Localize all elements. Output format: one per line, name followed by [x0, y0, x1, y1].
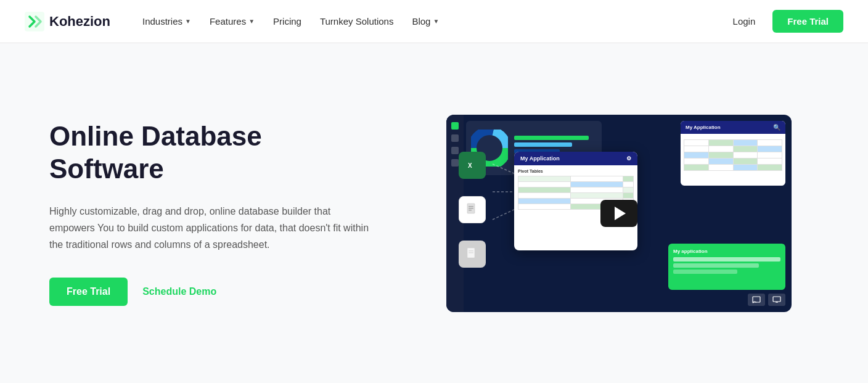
sidebar-dot [451, 134, 459, 142]
search-icon-small: ⚙ [626, 155, 631, 162]
svg-rect-11 [469, 250, 473, 252]
nav-right: Login Free Trial [726, 10, 843, 33]
mockup-table [684, 139, 782, 171]
svg-rect-8 [469, 208, 473, 209]
nav-item-pricing[interactable]: Pricing [266, 11, 309, 31]
hero-description: Highly customizable, drag and drop, onli… [49, 203, 370, 253]
logo[interactable]: Kohezion [25, 12, 110, 31]
screen-icon[interactable] [768, 294, 785, 306]
logo-icon [25, 12, 44, 31]
green-panel-title: My application [673, 249, 780, 254]
bottom-right-green-panel: My application [668, 244, 785, 290]
hero-buttons: Free Trial Schedule Demo [49, 278, 370, 306]
svg-rect-12 [469, 252, 473, 253]
doc-icon [459, 196, 486, 223]
play-icon [615, 207, 626, 220]
hero-section: Online Database Software Highly customiz… [0, 43, 868, 383]
svg-text:X: X [468, 162, 472, 169]
center-panel-header: My Application ⚙ [514, 152, 637, 165]
schedule-demo-link[interactable]: Schedule Demo [142, 286, 216, 297]
navbar: Kohezion Industries ▼ Features ▼ Pricing… [0, 0, 868, 43]
top-right-panel: My Application 🔍 [681, 121, 785, 186]
login-button[interactable]: Login [726, 11, 763, 31]
hero-free-trial-button[interactable]: Free Trial [49, 278, 128, 306]
chevron-down-icon: ▼ [185, 18, 191, 25]
nav-item-blog[interactable]: Blog ▼ [404, 11, 446, 31]
green-panel-bar [673, 270, 737, 274]
ui-mockup: My Application 🔍 X [446, 115, 792, 312]
nav-item-industries[interactable]: Industries ▼ [135, 11, 199, 31]
brand-name: Kohezion [49, 14, 110, 30]
chart-bar [514, 142, 572, 147]
search-icon: 🔍 [773, 124, 780, 131]
chevron-down-icon: ▼ [433, 18, 439, 25]
green-panel-bar [673, 257, 780, 262]
hero-left: Online Database Software Highly customiz… [49, 120, 370, 306]
play-button[interactable] [600, 200, 637, 227]
green-panel-bar [673, 263, 759, 268]
pivot-table-label: Pivot Tables [518, 169, 634, 173]
svg-point-20 [753, 302, 754, 303]
chart-bar [514, 136, 589, 140]
cast-icon[interactable] [748, 294, 765, 306]
nav-free-trial-button[interactable]: Free Trial [772, 10, 843, 33]
panel-header: My Application 🔍 [681, 121, 785, 134]
svg-rect-21 [773, 297, 780, 302]
sidebar-dot [451, 159, 459, 167]
blank-doc-icon [459, 241, 486, 268]
sidebar-dot-active [451, 122, 459, 130]
excel-icon: X [459, 152, 486, 179]
nav-item-turnkey[interactable]: Turnkey Solutions [313, 11, 401, 31]
sidebar-dot [451, 147, 459, 154]
svg-rect-7 [469, 206, 473, 207]
svg-rect-9 [469, 210, 472, 211]
cast-controls [748, 294, 785, 306]
hero-title: Online Database Software [49, 120, 370, 186]
nav-item-features[interactable]: Features ▼ [202, 11, 262, 31]
hero-right: My Application 🔍 X [419, 115, 819, 312]
chevron-down-icon: ▼ [248, 18, 255, 25]
left-icons: X [459, 152, 486, 268]
nav-links: Industries ▼ Features ▼ Pricing Turnkey … [135, 11, 726, 31]
